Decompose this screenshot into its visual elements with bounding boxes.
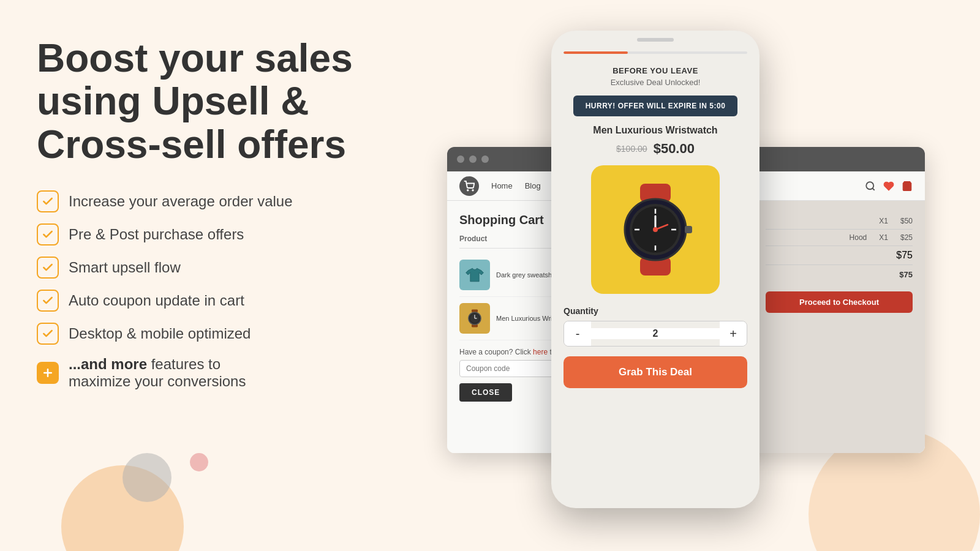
quantity-control: - 2 + xyxy=(564,321,747,347)
total-value: $75 xyxy=(899,270,913,279)
main-heading: Boost your sales using Upsell & Cross-se… xyxy=(37,37,417,166)
grab-deal-button[interactable]: Grab This Deal xyxy=(564,356,747,388)
feature-list: Increase your average order value Pre & … xyxy=(37,190,417,390)
cart-nav-icon xyxy=(459,176,479,196)
watch-small-icon xyxy=(464,307,486,329)
feature-item-pre-post: Pre & Post purchase offers xyxy=(37,223,417,246)
watch-icon-large xyxy=(606,181,704,279)
feature-text-coupon: Auto coupon update in cart xyxy=(69,292,244,309)
feature-text-smart: Smart upsell flow xyxy=(69,259,181,276)
cart-summary: X1 $50 Hood X1 $25 $75 $75 xyxy=(753,201,925,453)
plus-icon xyxy=(37,362,59,384)
feature-text-aov: Increase your average order value xyxy=(69,193,293,210)
bg-circle-gray xyxy=(123,453,172,502)
coupon-text: Have a coupon? Click xyxy=(459,348,533,356)
summary-item2-qty: X1 xyxy=(879,233,888,242)
close-button[interactable]: CLOSE xyxy=(459,383,512,402)
svg-point-3 xyxy=(472,190,473,191)
quantity-minus-button[interactable]: - xyxy=(564,321,591,346)
right-panel: Home Blog Shop About Shopping Cart Produ… xyxy=(429,0,980,551)
nav-home[interactable]: Home xyxy=(491,181,513,190)
left-panel: Boost your sales using Upsell & Cross-se… xyxy=(37,37,417,390)
total-row: $75 xyxy=(766,265,913,284)
sweatshirt-image xyxy=(459,260,490,290)
feature-item-coupon: Auto coupon update in cart xyxy=(37,290,417,312)
product-image-box xyxy=(591,165,720,294)
feature-item-smart: Smart upsell flow xyxy=(37,257,417,279)
feature-item-more: ...and more features tomaximize your con… xyxy=(37,356,417,390)
timer-badge: HURRY! OFFER WILL EXPIRE IN 5:00 xyxy=(573,96,738,116)
price-section: $100.00 $50.00 xyxy=(564,141,747,157)
feature-text-desktop-mobile: Desktop & mobile optimized xyxy=(69,325,251,342)
original-price: $100.00 xyxy=(616,144,647,154)
phone-product-name: Men Luxurious Wristwatch xyxy=(564,125,747,136)
browser-dot-2 xyxy=(469,156,477,163)
sale-price: $50.00 xyxy=(654,141,695,157)
site-nav-right xyxy=(865,181,913,192)
svg-point-2 xyxy=(467,190,469,191)
bag-icon[interactable] xyxy=(902,181,913,192)
check-icon-pre-post xyxy=(37,223,59,246)
feature-item-desktop-mobile: Desktop & mobile optimized xyxy=(37,323,417,345)
feature-text-pre-post: Pre & Post purchase offers xyxy=(69,226,244,243)
summary-rows: X1 $50 Hood X1 $25 xyxy=(766,213,913,246)
check-icon-desktop-mobile xyxy=(37,323,59,345)
phone-mockup: BEFORE YOU LEAVE Exclusive Deal Unlocked… xyxy=(551,31,760,508)
quantity-label: Quantity xyxy=(564,306,747,316)
nav-blog[interactable]: Blog xyxy=(525,181,541,190)
summary-row-item1: X1 $50 xyxy=(766,213,913,230)
svg-point-4 xyxy=(866,182,873,189)
summary-item1-qty: X1 xyxy=(879,217,888,225)
check-icon-smart xyxy=(37,257,59,279)
feature-item-aov: Increase your average order value xyxy=(37,190,417,212)
check-icon-aov xyxy=(37,190,59,212)
browser-dot-1 xyxy=(457,156,464,163)
svg-rect-25 xyxy=(685,226,692,233)
summary-item2-label: Hood xyxy=(850,233,867,242)
summary-item1-price: $50 xyxy=(900,217,913,225)
svg-point-24 xyxy=(653,227,658,232)
before-you-leave-text: BEFORE YOU LEAVE xyxy=(564,66,747,75)
quantity-plus-button[interactable]: + xyxy=(720,321,747,346)
quantity-value: 2 xyxy=(591,328,720,339)
bg-circle-pink xyxy=(190,453,208,471)
phone-notch xyxy=(637,38,674,42)
browser-dot-3 xyxy=(481,156,489,163)
phone-content: BEFORE YOU LEAVE Exclusive Deal Unlocked… xyxy=(551,54,760,400)
subtotal-value: $75 xyxy=(896,250,913,261)
heart-icon[interactable] xyxy=(883,181,894,192)
check-icon-coupon xyxy=(37,290,59,312)
subtotal-row: $75 xyxy=(766,246,913,265)
summary-item2-price: $25 xyxy=(900,233,913,242)
more-feature-text: ...and more features tomaximize your con… xyxy=(69,356,246,390)
checkout-button[interactable]: Proceed to Checkout xyxy=(766,291,913,313)
watch-image-small xyxy=(459,303,490,334)
summary-row-item2: Hood X1 $25 xyxy=(766,230,913,246)
coupon-link[interactable]: here xyxy=(533,348,548,356)
exclusive-deal-text: Exclusive Deal Unlocked! xyxy=(564,78,747,87)
svg-line-5 xyxy=(872,188,874,190)
sweatshirt-icon xyxy=(464,264,486,286)
search-icon[interactable] xyxy=(865,181,876,192)
